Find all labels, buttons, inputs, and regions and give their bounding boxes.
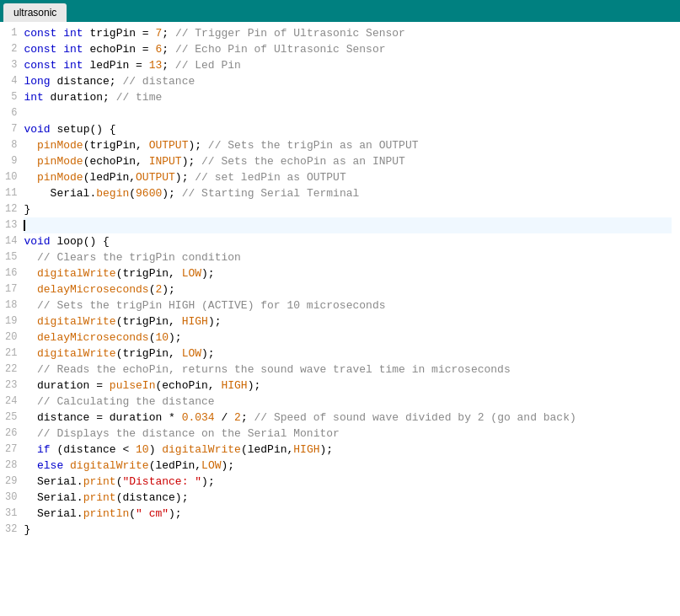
code-line: distance = duration * 0.034 / 2; // Spee… [24, 410, 672, 426]
code-line: } [24, 201, 672, 217]
line-number: 22 [5, 362, 17, 378]
code-line: // Displays the distance on the Serial M… [24, 426, 672, 442]
code-line: void loop() { [24, 233, 672, 249]
code-line: pinMode(echoPin, INPUT); // Sets the ech… [24, 153, 672, 169]
code-line: delayMicroseconds(10); [24, 329, 672, 345]
line-number: 21 [5, 345, 17, 362]
tab-bar: ultrasonic [0, 0, 680, 22]
line-number: 28 [5, 458, 17, 474]
code-line: const int ledPin = 13; // Led Pin [24, 57, 672, 73]
code-line: digitalWrite(trigPin, LOW); [24, 345, 672, 362]
line-number: 6 [5, 105, 17, 121]
line-number: 32 [5, 522, 17, 538]
code-line: // Reads the echoPin, returns the sound … [24, 362, 672, 378]
line-number: 10 [5, 169, 17, 185]
code-line: duration = pulseIn(echoPin, HIGH); [24, 378, 672, 394]
line-numbers: 1234567891011121314151617181920212223242… [0, 25, 24, 613]
code-line: Serial.print("Distance: "); [24, 474, 672, 490]
line-number: 3 [5, 57, 17, 73]
line-number: 31 [5, 506, 17, 522]
tab-ultrasonic[interactable]: ultrasonic [3, 3, 67, 22]
line-number: 23 [5, 378, 17, 394]
code-line: // Sets the trigPin HIGH (ACTIVE) for 10… [24, 297, 672, 313]
line-number: 26 [5, 426, 17, 442]
code-line: delayMicroseconds(2); [24, 281, 672, 297]
line-number: 2 [5, 41, 17, 57]
code-line: } [24, 522, 672, 538]
line-number: 5 [5, 89, 17, 105]
line-number: 7 [5, 121, 17, 137]
code-line [24, 105, 672, 121]
line-number: 25 [5, 410, 17, 426]
line-number: 8 [5, 137, 17, 153]
line-number: 9 [5, 153, 17, 169]
line-number: 20 [5, 329, 17, 345]
code-line: // Calculating the distance [24, 394, 672, 410]
code-line: const int echoPin = 6; // Echo Pin of Ul… [24, 41, 672, 57]
code-line: Serial.print(distance); [24, 490, 672, 506]
code-line: int duration; // time [24, 89, 672, 105]
line-number: 13 [5, 217, 17, 233]
code-line: const int trigPin = 7; // Trigger Pin of… [24, 25, 672, 41]
editor-window: ultrasonic 12345678910111213141516171819… [0, 0, 680, 616]
code-line: // Clears the trigPin condition [24, 249, 672, 265]
line-number: 14 [5, 233, 17, 249]
code-line: long distance; // distance [24, 73, 672, 89]
line-number: 1 [5, 25, 17, 41]
code-lines: const int trigPin = 7; // Trigger Pin of… [24, 25, 680, 613]
text-cursor [24, 220, 25, 231]
line-number: 15 [5, 249, 17, 265]
line-number: 27 [5, 442, 17, 458]
line-number: 11 [5, 185, 17, 201]
code-line: Serial.println(" cm"); [24, 506, 672, 522]
code-line: digitalWrite(trigPin, HIGH); [24, 313, 672, 329]
code-line: digitalWrite(trigPin, LOW); [24, 265, 672, 281]
line-number: 17 [5, 281, 17, 297]
line-number: 18 [5, 297, 17, 313]
line-number: 16 [5, 265, 17, 281]
line-number: 12 [5, 201, 17, 217]
code-line [24, 217, 672, 233]
line-number: 30 [5, 490, 17, 506]
code-line: Serial.begin(9600); // Starting Serial T… [24, 185, 672, 201]
code-line: if (distance < 10) digitalWrite(ledPin,H… [24, 442, 672, 458]
code-line: else digitalWrite(ledPin,LOW); [24, 458, 672, 474]
line-number: 29 [5, 474, 17, 490]
code-line: void setup() { [24, 121, 672, 137]
code-line: pinMode(ledPin,OUTPUT); // set ledPin as… [24, 169, 672, 185]
code-line: pinMode(trigPin, OUTPUT); // Sets the tr… [24, 137, 672, 153]
line-number: 24 [5, 394, 17, 410]
line-number: 4 [5, 73, 17, 89]
code-area[interactable]: 1234567891011121314151617181920212223242… [0, 22, 680, 616]
line-number: 19 [5, 313, 17, 329]
